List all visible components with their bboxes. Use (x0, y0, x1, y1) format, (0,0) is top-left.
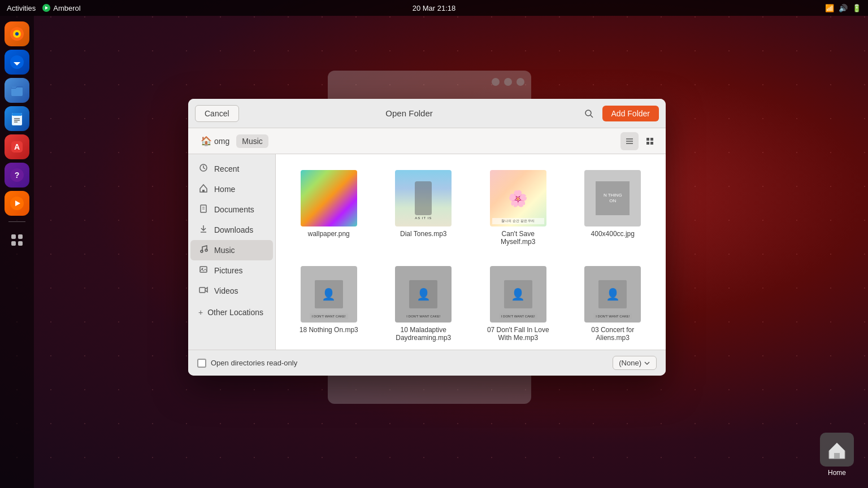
wifi-icon: 📶 (825, 4, 834, 12)
read-only-text: Open directories read-only (211, 359, 297, 367)
bg-window-titlebar (328, 71, 531, 93)
file-name-wallpaper: wallpaper.png (308, 230, 350, 238)
home-icon: 🏠 (201, 136, 212, 146)
file-thumb-maladaptive: 👤 I DON'T WANT CAKE! (395, 266, 452, 323)
cancel-button[interactable]: Cancel (195, 105, 239, 122)
sidebar-pictures-label: Pictures (214, 266, 243, 275)
svg-point-20 (585, 110, 591, 116)
svg-rect-6 (12, 113, 22, 116)
add-folder-button[interactable]: Add Folder (602, 106, 659, 121)
dock-item-appstore[interactable]: A (5, 134, 29, 159)
file-name-cant-save: Can't Save Myself.mp3 (484, 230, 552, 246)
dock-item-files[interactable] (5, 78, 29, 103)
search-icon (584, 109, 593, 118)
sidebar-home-icon (198, 184, 209, 195)
file-name-concert: 03 Concert for Aliens.mp3 (579, 326, 646, 342)
dialog-actions: Add Folder (580, 104, 659, 123)
file-thumb-dont-fall: 👤 I DON'T WANT CAKE! (490, 266, 546, 323)
topbar-datetime: 20 Mar 21:18 (413, 4, 456, 12)
file-thumb-wallpaper (301, 170, 357, 226)
home-house-icon (827, 439, 847, 460)
music-icon (198, 245, 209, 256)
breadcrumb-bar: 🏠 omg Music (188, 128, 666, 154)
view-controls (620, 132, 659, 150)
sidebar-other-locations[interactable]: + Other Locations (190, 303, 273, 321)
breadcrumb-home-label: omg (214, 137, 229, 146)
svg-text:?: ? (15, 171, 20, 180)
dock-item-firefox[interactable] (5, 21, 29, 46)
svg-text:A: A (14, 142, 20, 151)
file-item-wallpaper[interactable]: wallpaper.png (287, 165, 371, 250)
sidebar-item-recent[interactable]: Recent (190, 159, 273, 179)
sidebar-item-pictures[interactable]: Pictures (190, 260, 273, 281)
file-name-400x400: 400x400cc.jpg (591, 230, 635, 238)
volume-icon: 🔊 (839, 4, 848, 12)
file-item-400x400[interactable]: N THINGON 400x400cc.jpg (571, 165, 655, 250)
recent-icon (198, 163, 209, 175)
file-item-dial-tones[interactable]: AS IT IS Dial Tones.mp3 (382, 165, 466, 250)
svg-rect-40 (834, 453, 840, 459)
file-item-dont-fall[interactable]: 👤 I DON'T WANT CAKE! 07 Don't Fall In Lo… (476, 262, 560, 346)
bg-win-minimize (492, 78, 500, 86)
svg-rect-27 (646, 142, 649, 145)
dock: A ? (0, 16, 34, 488)
sidebar-item-downloads[interactable]: Downloads (190, 220, 273, 240)
sidebar-videos-label: Videos (214, 286, 238, 295)
search-button[interactable] (580, 104, 598, 123)
file-thumb-cant-save: 🌸 찰나의 순간 같은 우리 (490, 170, 546, 226)
file-thumb-concert: 👤 I DON'T WANT CAKE! (584, 266, 641, 323)
app-indicator-label: Amberol (53, 4, 80, 12)
read-only-checkbox-label[interactable]: Open directories read-only (197, 359, 297, 368)
svg-point-36 (205, 249, 207, 251)
dock-item-amberol[interactable] (5, 191, 29, 216)
other-locations-label: Other Locations (207, 308, 263, 317)
file-name-dont-fall: 07 Don't Fall In Love With Me.mp3 (484, 326, 552, 342)
sidebar: Recent Home Documents Downloads (188, 154, 276, 350)
sidebar-item-home[interactable]: Home (190, 179, 273, 199)
bg-win-close (517, 78, 524, 86)
home-widget[interactable]: Home (817, 433, 857, 477)
dock-item-thunderbird[interactable] (5, 50, 29, 75)
file-item-cant-save[interactable]: 🌸 찰나의 순간 같은 우리 Can't Save Myself.mp3 (476, 165, 560, 250)
svg-point-35 (201, 250, 203, 252)
sidebar-home-label: Home (214, 185, 235, 194)
sidebar-item-documents[interactable]: Documents (190, 199, 273, 220)
svg-point-2 (15, 32, 19, 36)
dock-item-apps[interactable] (5, 228, 29, 252)
file-thumb-dial-tones: AS IT IS (395, 170, 452, 226)
breadcrumb-home[interactable]: 🏠 omg (195, 133, 235, 149)
chevron-down-icon (644, 360, 650, 367)
file-item-maladaptive[interactable]: 👤 I DON'T WANT CAKE! 10 Maladaptive Dayd… (382, 262, 466, 346)
file-item-nothing-on[interactable]: 👤 I DON'T WANT CAKE! 18 Nothing On.mp3 (287, 262, 371, 346)
read-only-checkbox[interactable] (197, 359, 206, 368)
list-view-icon (625, 137, 634, 146)
grid-view-icon (645, 137, 654, 146)
file-item-concert[interactable]: 👤 I DON'T WANT CAKE! 03 Concert for Alie… (571, 262, 655, 346)
breadcrumb-current-label: Music (242, 137, 263, 146)
sidebar-item-videos[interactable]: Videos (190, 281, 273, 301)
breadcrumb-path: 🏠 omg Music (195, 133, 268, 149)
sidebar-recent-label: Recent (214, 164, 239, 173)
list-view-button[interactable] (620, 132, 639, 150)
svg-rect-28 (650, 142, 653, 145)
grid-view-button[interactable] (641, 132, 659, 150)
svg-rect-19 (18, 241, 23, 246)
dialog-footer: Open directories read-only (None) (188, 350, 666, 376)
file-thumb-nothing-on: 👤 I DON'T WANT CAKE! (301, 266, 357, 323)
dock-item-help[interactable]: ? (5, 163, 29, 188)
svg-rect-16 (11, 234, 16, 239)
svg-rect-39 (199, 287, 205, 293)
dock-item-writer[interactable] (5, 106, 29, 131)
home-widget-label: Home (828, 469, 846, 477)
bg-win-maximize (504, 78, 512, 86)
dialog-title: Open Folder (385, 108, 432, 118)
filter-dropdown[interactable]: (None) (613, 356, 657, 370)
dialog-body: Recent Home Documents Downloads (188, 154, 666, 350)
file-name-maladaptive: 10 Maladaptive Daydreaming.mp3 (389, 326, 457, 342)
breadcrumb-current[interactable]: Music (236, 134, 268, 148)
sidebar-music-label: Music (214, 246, 235, 255)
activities-label[interactable]: Activities (7, 4, 36, 12)
dialog-header: Cancel Open Folder Add Folder (188, 99, 666, 128)
sidebar-item-music[interactable]: Music (190, 240, 273, 260)
downloads-icon (198, 224, 209, 236)
